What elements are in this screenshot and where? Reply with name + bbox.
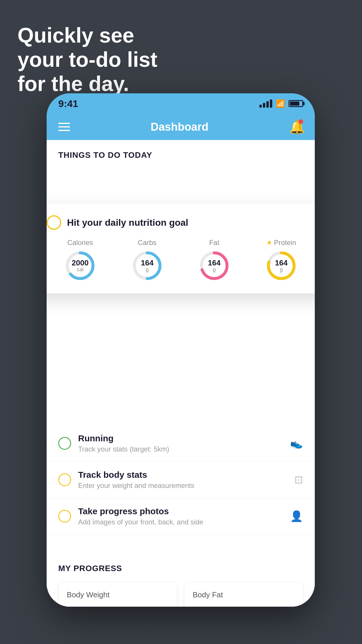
phone-mockup: 9:41 📶 Dashboard 🔔 <box>47 93 315 607</box>
headline-line2: your to-do list <box>17 48 157 72</box>
content: THINGS TO DO TODAY Hit your daily nutrit… <box>47 140 315 607</box>
todo-circle-running <box>58 437 71 450</box>
fat-number: 23 <box>193 605 211 607</box>
photo-icon: 👤 <box>290 510 303 522</box>
todo-item-body-stats[interactable]: Track body stats Enter your weight and m… <box>47 462 315 498</box>
protein-value: 164 <box>275 259 287 267</box>
fat-unit: g <box>208 267 220 273</box>
nav-title: Dashboard <box>151 121 208 133</box>
carbs-donut: 164 g <box>131 250 163 282</box>
nutrition-card-title: Hit your daily nutrition goal <box>67 217 188 228</box>
todo-list: Running Track your stats (target: 5km) 👟… <box>47 425 315 535</box>
todo-title-progress-photos: Take progress photos <box>78 506 283 516</box>
todo-circle-progress-photos <box>58 510 71 523</box>
todo-title-running: Running <box>78 433 283 443</box>
things-to-do-header: THINGS TO DO TODAY <box>47 140 315 166</box>
weight-card-title: Body Weight <box>67 590 169 599</box>
progress-card-weight: Body Weight 100 kg <box>58 582 177 607</box>
metric-calories-label: Calories <box>67 239 93 247</box>
fat-donut: 164 g <box>198 250 230 282</box>
headline-line3: for the day. <box>17 72 157 96</box>
carbs-value: 164 <box>141 259 153 267</box>
todo-item-progress-photos[interactable]: Take progress photos Add images of your … <box>47 498 315 535</box>
protein-unit: g <box>275 267 287 273</box>
progress-cards: Body Weight 100 kg <box>58 582 303 607</box>
calories-unit: cal <box>72 267 89 273</box>
metric-protein: ★ Protein 164 g <box>265 239 297 282</box>
weight-number: 100 <box>67 605 94 607</box>
todo-text-body-stats: Track body stats Enter your weight and m… <box>78 470 287 490</box>
nav-bar: Dashboard 🔔 <box>47 114 315 140</box>
status-icons: 📶 <box>259 99 303 108</box>
weight-value-area: 100 kg <box>67 605 169 607</box>
todo-subtitle-running: Track your stats (target: 5km) <box>78 445 283 453</box>
protein-donut: 164 g <box>265 250 297 282</box>
progress-card-fat: Body Fat 23 % <box>184 582 303 607</box>
wifi-icon: 📶 <box>276 99 285 108</box>
status-time: 9:41 <box>58 98 78 109</box>
metric-fat: Fat 164 g <box>198 239 230 282</box>
status-bar: 9:41 📶 <box>47 93 315 114</box>
todo-subtitle-body-stats: Enter your weight and measurements <box>78 482 287 490</box>
nutrition-metrics: Calories 2000 cal <box>47 239 315 282</box>
metric-fat-label: Fat <box>209 239 219 247</box>
metric-calories: Calories 2000 cal <box>64 239 96 282</box>
todo-text-running: Running Track your stats (target: 5km) <box>78 433 283 453</box>
fat-value-area: 23 % <box>193 605 295 607</box>
todo-subtitle-progress-photos: Add images of your front, back, and side <box>78 518 283 526</box>
nutrition-card: Hit your daily nutrition goal Calories <box>47 204 315 293</box>
nutrition-check-circle <box>47 215 61 230</box>
todo-item-running[interactable]: Running Track your stats (target: 5km) 👟 <box>47 425 315 462</box>
fat-value: 164 <box>208 259 220 267</box>
metric-carbs-label: Carbs <box>138 239 157 247</box>
notification-badge <box>298 119 303 124</box>
metric-carbs: Carbs 164 g <box>131 239 163 282</box>
progress-header: MY PROGRESS <box>58 564 303 573</box>
fat-card-title: Body Fat <box>193 590 295 599</box>
scale-icon: ⊡ <box>294 474 303 486</box>
calories-donut: 2000 cal <box>64 250 96 282</box>
calories-value: 2000 <box>72 259 89 267</box>
notification-button[interactable]: 🔔 <box>289 119 303 134</box>
todo-title-body-stats: Track body stats <box>78 470 287 480</box>
metric-protein-label: ★ Protein <box>266 239 296 247</box>
running-icon: 👟 <box>290 437 303 449</box>
signal-icon <box>259 99 272 108</box>
headline-line1: Quickly see <box>17 23 157 48</box>
headline: Quickly see your to-do list for the day. <box>17 23 157 96</box>
todo-circle-body-stats <box>58 473 71 486</box>
star-icon: ★ <box>266 239 272 246</box>
progress-section: MY PROGRESS Body Weight 100 kg <box>47 552 315 607</box>
menu-button[interactable] <box>58 123 70 131</box>
carbs-unit: g <box>141 267 153 273</box>
battery-icon <box>289 100 303 107</box>
todo-text-progress-photos: Take progress photos Add images of your … <box>78 506 283 526</box>
